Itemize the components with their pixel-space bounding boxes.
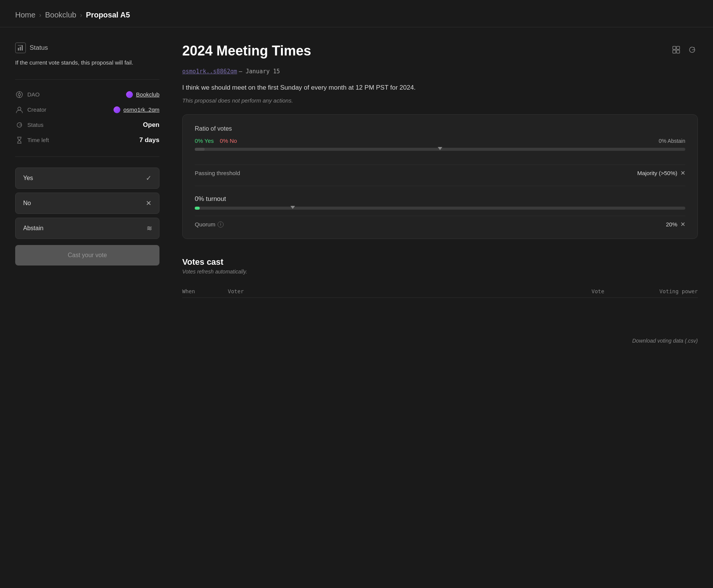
vote-yes-label: Yes xyxy=(23,175,33,182)
col-voting-power: Voting power xyxy=(637,288,698,294)
main-content: 2024 Meeting Times xyxy=(182,43,698,344)
creator-person-icon xyxy=(15,106,24,114)
ratio-section: Ratio of votes 0% Yes 0% No 0% Abstain xyxy=(195,125,685,154)
turnout-label: 0% turnout xyxy=(195,195,685,203)
col-vote: Vote xyxy=(592,288,637,294)
turnout-bar-background xyxy=(195,207,685,210)
time-left-text: 7 days xyxy=(139,136,159,144)
vote-no-label: No xyxy=(23,200,31,207)
dao-value: Bookclub xyxy=(126,91,159,98)
turnout-section: 0% turnout xyxy=(195,195,685,213)
time-left-value: 7 days xyxy=(139,136,159,144)
votes-cast-section: Votes cast Votes refresh automatically. … xyxy=(182,257,698,344)
proposal-header: 2024 Meeting Times xyxy=(182,43,698,59)
refresh-button[interactable] xyxy=(686,44,698,57)
breadcrumb-current: Proposal A5 xyxy=(86,11,130,19)
svg-rect-11 xyxy=(673,50,676,53)
vote-bar-threshold-marker xyxy=(438,147,442,150)
proposal-body: I think we should meet on the first Sund… xyxy=(182,82,698,93)
abstain-percent-label: 0% Abstain xyxy=(659,138,685,144)
col-voter: Voter xyxy=(228,288,592,294)
creator-value: osmo1rk..2qm xyxy=(114,106,159,113)
divider-2 xyxy=(15,156,159,157)
vote-yes-button[interactable]: Yes ✓ xyxy=(15,168,159,189)
sidebar: Status If the current vote stands, this … xyxy=(15,43,159,344)
status-row: Status Open xyxy=(15,121,159,129)
turnout-bar-fill xyxy=(195,207,200,210)
cast-vote-button[interactable]: Cast your vote xyxy=(15,245,159,266)
status-section: Status If the current vote stands, this … xyxy=(15,43,159,67)
voting-card: Ratio of votes 0% Yes 0% No 0% Abstain xyxy=(182,114,698,239)
quorum-info-icon[interactable]: i xyxy=(218,221,224,228)
col-when: When xyxy=(182,288,228,294)
svg-rect-12 xyxy=(677,50,680,53)
dao-label: DAO xyxy=(15,90,40,99)
votes-table-body xyxy=(182,298,698,328)
refresh-icon xyxy=(688,47,696,55)
svg-rect-3 xyxy=(18,45,23,46)
download-link-container: Download voting data (.csv) xyxy=(182,328,698,344)
ratio-labels-left: 0% Yes 0% No xyxy=(195,138,237,144)
proposal-no-actions: This proposal does not perform any actio… xyxy=(182,97,698,104)
dao-link[interactable]: Bookclub xyxy=(136,91,159,98)
svg-rect-0 xyxy=(18,48,19,51)
vote-buttons: Yes ✓ No ✕ Abstain ≋ xyxy=(15,168,159,239)
vote-abstain-label: Abstain xyxy=(23,225,43,232)
time-hourglass-icon xyxy=(15,136,24,144)
quorum-value: 20% ✕ xyxy=(666,221,685,228)
voting-section-divider xyxy=(195,186,685,186)
svg-rect-1 xyxy=(20,47,21,51)
breadcrumb-sep-1: › xyxy=(39,12,41,19)
time-left-label-text: Time left xyxy=(27,137,49,143)
status-open-text: Open xyxy=(143,121,159,129)
time-left-label: Time left xyxy=(15,136,49,144)
vote-bar-fill xyxy=(195,148,205,151)
divider-1 xyxy=(15,79,159,80)
ratio-title: Ratio of votes xyxy=(195,125,685,132)
no-percent-label: 0% No xyxy=(220,138,237,144)
ratio-labels: 0% Yes 0% No 0% Abstain xyxy=(195,138,685,144)
votes-cast-title: Votes cast xyxy=(182,257,698,267)
breadcrumb-bookclub[interactable]: Bookclub xyxy=(45,11,76,19)
turnout-bar-quorum-marker xyxy=(290,206,295,209)
threshold-close-icon[interactable]: ✕ xyxy=(680,169,685,177)
grid-view-button[interactable] xyxy=(670,44,682,57)
grid-icon xyxy=(672,47,680,55)
status-row-label-text: Status xyxy=(27,122,44,128)
proposal-author[interactable]: osmo1rk..s8862qm xyxy=(182,68,237,75)
svg-point-8 xyxy=(18,107,21,110)
creator-dot xyxy=(114,106,120,113)
creator-label: Creator xyxy=(15,106,46,114)
abstain-lines-icon: ≋ xyxy=(147,224,151,232)
creator-label-text: Creator xyxy=(27,106,46,113)
dao-label-text: DAO xyxy=(27,91,40,98)
votes-table-header: When Voter Vote Voting power xyxy=(182,285,698,298)
status-row-label: Status xyxy=(15,121,44,129)
breadcrumb-home[interactable]: Home xyxy=(15,11,35,19)
vote-bar-container xyxy=(195,148,685,154)
quorum-close-icon[interactable]: ✕ xyxy=(680,221,685,228)
yes-percent-label: 0% Yes xyxy=(195,138,214,144)
breadcrumb-sep-2: › xyxy=(80,12,82,19)
svg-rect-10 xyxy=(677,46,680,49)
quorum-label: Quorum i xyxy=(195,221,224,228)
vote-no-button[interactable]: No ✕ xyxy=(15,193,159,214)
svg-point-5 xyxy=(18,93,21,96)
dao-dot xyxy=(126,91,133,98)
quorum-percent: 20% xyxy=(666,221,677,228)
turnout-bar-container xyxy=(195,207,685,213)
dao-icon xyxy=(15,90,24,99)
vote-abstain-button[interactable]: Abstain ≋ xyxy=(15,218,159,239)
threshold-value-text: Majority (>50%) xyxy=(637,170,677,176)
creator-link[interactable]: osmo1rk..2qm xyxy=(123,106,159,113)
download-csv-link[interactable]: Download voting data (.csv) xyxy=(632,338,698,344)
svg-rect-9 xyxy=(673,46,676,49)
proposal-date: – January 15 xyxy=(239,68,280,75)
status-description: If the current vote stands, this proposa… xyxy=(15,58,159,67)
time-left-row: Time left 7 days xyxy=(15,136,159,144)
status-header: Status xyxy=(15,43,159,53)
status-label: Status xyxy=(30,44,48,52)
status-bar-chart-icon xyxy=(15,43,26,53)
info-rows: DAO Bookclub Creator xyxy=(15,90,159,144)
svg-rect-2 xyxy=(22,46,23,51)
